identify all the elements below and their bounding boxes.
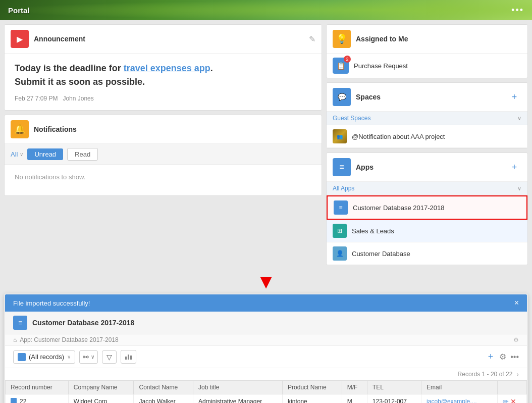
notifications-filter[interactable]: All ∨ — [11, 150, 23, 158]
purchase-item[interactable]: 📋 2 Purchase Request — [327, 54, 527, 78]
col-tel: TEL — [367, 381, 421, 394]
guest-spaces-label: Guest Spaces — [333, 115, 517, 122]
cell-company-0: Widget Corp — [68, 394, 134, 404]
col-contact-name: Contact Name — [134, 381, 193, 394]
filter-dropdown-arrow: ∨ — [20, 152, 23, 157]
next-page-arrow[interactable]: › — [516, 370, 519, 378]
unread-button[interactable]: Unread — [27, 148, 63, 160]
bottom-panel: File imported successfully! × ≡ Customer… — [4, 293, 528, 403]
toolbar-row: (All records) ∨ ⚯ ∨ ▽ + ⚙ ••• — [5, 346, 527, 368]
announcement-date: Feb 27 7:09 PM — [15, 95, 58, 102]
cell-tel-0: 123-012-007 — [367, 394, 421, 404]
breadcrumb-text: App: Customer Database 2017-2018 — [20, 336, 118, 343]
right-column: 💡 Assigned to Me 📋 2 Purchase Request 💬 … — [326, 24, 528, 265]
spaces-widget: 💬 Spaces + Guest Spaces ∨ 👥 @Notificatio… — [326, 82, 528, 148]
purchase-icon: 📋 2 — [333, 58, 349, 74]
panel-icon: ≡ — [13, 316, 27, 330]
cell-product-0: kintone — [283, 394, 342, 404]
app-icon-1: ⊞ — [333, 224, 347, 238]
portal-title: Portal — [8, 6, 30, 15]
col-product-name: Product Name — [283, 381, 342, 394]
col-actions — [497, 381, 526, 394]
apps-title: Apps — [356, 163, 507, 171]
table-header-row: Record number Company Name Contact Name … — [6, 381, 527, 394]
cell-mf-0: M — [342, 394, 367, 404]
graph-button[interactable] — [121, 350, 136, 364]
chat-icon: 💬 — [338, 93, 346, 101]
all-apps-label: All Apps — [333, 185, 517, 192]
grid-icon: ≡ — [339, 163, 344, 172]
notifications-body: No notifications to show. — [5, 165, 322, 195]
panel-grid-icon: ≡ — [18, 319, 22, 327]
no-notifications-text: No notifications to show. — [15, 173, 85, 181]
col-job-title: Job title — [193, 381, 283, 394]
main-content: ▶ Announcement ✎ Today is the deadline f… — [0, 20, 532, 269]
email-link-0[interactable]: jacob@example.... — [427, 398, 477, 403]
app-item-0[interactable]: ≡ Customer Database 2017-2018 — [327, 195, 527, 220]
app-item-1[interactable]: ⊞ Sales & Leads — [327, 220, 527, 242]
announcement-widget: ▶ Announcement ✎ Today is the deadline f… — [4, 24, 322, 111]
link-view-button[interactable]: ⚯ ∨ — [79, 350, 98, 364]
all-apps-row: All Apps ∨ — [327, 182, 527, 195]
banner-close-button[interactable]: × — [514, 298, 519, 308]
records-info-row: Records 1 - 20 of 22 › — [5, 368, 527, 380]
panel-header: ≡ Customer Database 2017-2018 — [5, 312, 527, 334]
col-record-number: Record number — [6, 381, 69, 394]
announcement-edit-icon[interactable]: ✎ — [309, 34, 315, 44]
space-thumbnail: 👥 — [333, 129, 347, 143]
add-record-button[interactable]: + — [486, 351, 496, 362]
assigned-header: 💡 Assigned to Me — [327, 25, 527, 54]
lightbulb-icon: 💡 — [336, 33, 347, 44]
apps-icon: ≡ — [333, 158, 351, 176]
record-num-value-0: 22 — [20, 398, 26, 403]
assigned-widget: 💡 Assigned to Me 📋 2 Purchase Request — [326, 24, 528, 78]
import-success-banner: File imported successfully! × — [5, 294, 527, 312]
notifications-toolbar: All ∨ Unread Read — [5, 144, 322, 165]
settings-button[interactable]: ⚙ — [499, 352, 506, 362]
more-options-button[interactable]: ••• — [510, 352, 519, 362]
filter-all-label: All — [11, 150, 18, 158]
travel-expenses-link[interactable]: travel expenses app — [124, 63, 210, 73]
portal-menu-dots[interactable]: ••• — [511, 5, 524, 16]
edit-button-0[interactable]: ✏ — [503, 397, 509, 403]
home-icon[interactable]: ⌂ — [13, 336, 17, 343]
records-count: Records 1 - 20 of 22 — [458, 371, 513, 378]
spaces-header: 💬 Spaces + — [327, 83, 527, 112]
settings-icon-breadcrumb[interactable]: ⚙ — [513, 336, 519, 343]
col-mf: M/F — [342, 381, 367, 394]
apps-add-button[interactable]: + — [507, 160, 521, 174]
delete-button-0[interactable]: ✕ — [510, 397, 516, 403]
col-company-name: Company Name — [68, 381, 134, 394]
apps-header: ≡ Apps + — [327, 153, 527, 182]
read-button[interactable]: Read — [67, 148, 98, 161]
space-item[interactable]: 👥 @Notification about AAA project — [327, 125, 527, 148]
space-name: @Notification about AAA project — [352, 133, 445, 140]
app-icon-0: ≡ — [334, 200, 348, 215]
spaces-icon: 💬 — [333, 88, 351, 106]
notifications-icon: 🔔 — [11, 120, 29, 138]
cell-record-num-0: 22 — [6, 394, 69, 404]
spaces-add-button[interactable]: + — [507, 90, 521, 104]
spaces-section-row: Guest Spaces ∨ — [327, 112, 527, 125]
bell-icon: 🔔 — [14, 124, 25, 135]
app-name-1: Sales & Leads — [352, 227, 394, 235]
announcement-text: Today is the deadline for travel expense… — [15, 62, 311, 89]
left-column: ▶ Announcement ✎ Today is the deadline f… — [4, 24, 322, 265]
arrow-container: ▼ — [4, 269, 528, 293]
spaces-chevron-icon: ∨ — [517, 115, 521, 122]
announcement-body: Today is the deadline for travel expense… — [5, 54, 322, 110]
cell-job-0: Administrative Manager — [193, 394, 283, 404]
announcement-line3: Submit it as soon as possible. — [15, 77, 145, 87]
purchase-badge: 2 — [344, 56, 351, 63]
app-item-2[interactable]: 👤 Customer Database — [327, 242, 527, 265]
col-email: Email — [421, 381, 498, 394]
announcement-period: . — [210, 63, 213, 73]
cell-email-0: jacob@example.... — [421, 394, 498, 404]
records-selector-icon — [18, 353, 26, 361]
records-selector-text: (All records) — [29, 353, 64, 361]
records-selector[interactable]: (All records) ∨ — [13, 350, 75, 364]
announcement-author: John Jones — [63, 95, 93, 102]
filter-button[interactable]: ▽ — [102, 350, 117, 364]
notifications-title: Notifications — [34, 125, 315, 133]
spaces-title: Spaces — [356, 93, 507, 101]
